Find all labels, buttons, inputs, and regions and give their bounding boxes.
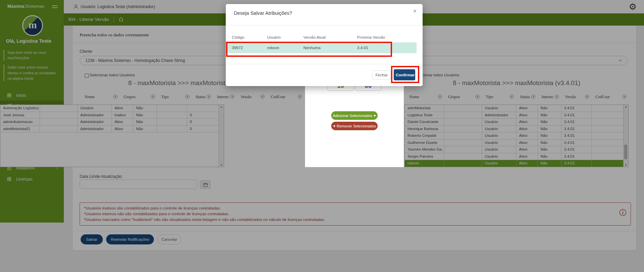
add-selected-button[interactable]: Adicionar Selecionados ▶	[331, 111, 378, 120]
arrow-right-icon: ▶	[374, 114, 376, 117]
remove-selected-button[interactable]: ◀ Remover Selecionados	[331, 122, 378, 130]
remove-selected-label: Remover Selecionados	[337, 124, 376, 128]
modal-title: Deseja Salvar Atribuições?	[234, 10, 292, 16]
modal-table-row	[226, 42, 417, 53]
confirmar-button[interactable]: Confirmar	[394, 69, 415, 80]
divider	[226, 25, 423, 26]
modal-col-codigo: Código	[232, 35, 244, 40]
divider	[226, 64, 423, 64]
modal-cell-codigo: 39972	[232, 45, 243, 50]
arrow-left-icon: ◀	[333, 125, 335, 127]
close-icon[interactable]: ×	[413, 8, 417, 14]
fechar-button[interactable]: Fechar	[372, 70, 391, 80]
modal-cell-proxima-versao: 3.4.01	[357, 45, 368, 50]
modal-cell-versao-atual: Nenhuma	[303, 45, 320, 50]
add-selected-label: Adicionar Selecionados	[333, 114, 372, 118]
confirmation-modal: Deseja Salvar Atribuições? × Código Usuá…	[226, 4, 423, 86]
app-root: MáximaSistemas m Olá, Logistica Teste Se…	[0, 0, 644, 272]
modal-col-usuario: Usuário	[267, 35, 281, 40]
modal-col-versao-atual: Versão Atual	[303, 35, 326, 40]
transfer-zone: 10 00 Adicionar Selecionados ▶ ◀ Remover…	[305, 81, 404, 167]
modal-cell-usuario: robson	[267, 45, 279, 50]
modal-col-proxima-versao: Próxima Versão	[357, 35, 385, 40]
